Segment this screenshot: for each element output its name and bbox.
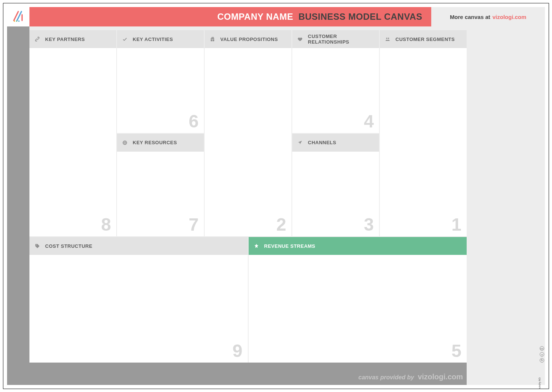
canvas-title: BUSINESS MODEL CANVAS bbox=[299, 12, 422, 22]
label-key-activities: KEY ACTIVITIES bbox=[133, 37, 173, 42]
title-bar: COMPANY NAME BUSINESS MODEL CANVAS bbox=[29, 7, 431, 26]
body-key-resources: 7 bbox=[117, 152, 204, 237]
svg-point-2 bbox=[14, 20, 15, 22]
num-revenue-streams: 5 bbox=[451, 341, 461, 361]
link-icon bbox=[35, 37, 40, 42]
bmc-canvas: KEY PARTNERS 8 KEY ACTIVITIES bbox=[29, 30, 467, 363]
heart-icon bbox=[297, 37, 303, 42]
canvas-bottom-row: COST STRUCTURE 9 REVENUE STREAMS 5 bbox=[29, 237, 467, 363]
num-key-resources: 7 bbox=[189, 214, 199, 235]
num-customer-relationships: 4 bbox=[364, 111, 374, 132]
header-key-resources: KEY RESOURCES bbox=[117, 134, 204, 152]
footer-brand: vizologi.com bbox=[418, 373, 463, 381]
globe-icon bbox=[122, 140, 127, 145]
header-revenue-streams: REVENUE STREAMS bbox=[249, 237, 467, 255]
logo bbox=[7, 7, 29, 26]
body-key-activities: 6 bbox=[117, 48, 204, 133]
block-revenue-streams: REVENUE STREAMS 5 bbox=[248, 237, 467, 363]
label-customer-segments: CUSTOMER SEGMENTS bbox=[395, 37, 455, 42]
header-cost-structure: COST STRUCTURE bbox=[29, 237, 248, 255]
header-customer-segments: CUSTOMER SEGMENTS bbox=[380, 30, 467, 48]
body-revenue-streams: 5 bbox=[249, 255, 467, 363]
num-key-partners: 8 bbox=[101, 214, 111, 235]
block-customer-segments: CUSTOMER SEGMENTS 1 bbox=[380, 30, 467, 236]
footer-text: canvas provided by bbox=[358, 374, 414, 381]
label-revenue-streams: REVENUE STREAMS bbox=[264, 243, 316, 249]
canvas-frame: COMPANY NAME BUSINESS MODEL CANVAS More … bbox=[3, 3, 549, 389]
people-icon bbox=[385, 37, 390, 42]
label-key-partners: KEY PARTNERS bbox=[45, 37, 85, 42]
col-activities-resources: KEY ACTIVITIES 6 KEY RESOURCES bbox=[117, 30, 205, 236]
svg-rect-5 bbox=[22, 14, 23, 21]
gift-icon bbox=[210, 37, 215, 42]
svg-point-3 bbox=[16, 20, 18, 22]
num-key-activities: 6 bbox=[189, 111, 199, 132]
block-key-resources: KEY RESOURCES 7 bbox=[117, 133, 204, 237]
cc-icons: cc ● ↻ bbox=[540, 346, 544, 363]
cc-by-icon: ● bbox=[540, 352, 544, 357]
more-canvas-text: More canvas at bbox=[450, 14, 490, 20]
star-icon bbox=[254, 243, 259, 249]
svg-point-4 bbox=[18, 20, 20, 22]
body-customer-relationships: 4 bbox=[292, 48, 379, 133]
block-channels: CHANNELS 3 bbox=[292, 133, 379, 237]
body-customer-segments: 1 bbox=[380, 48, 467, 236]
header-customer-relationships: CUSTOMER RELATIONSHIPS bbox=[292, 30, 379, 48]
body-key-partners: 8 bbox=[29, 48, 116, 236]
header-value-propositions: VALUE PROPOSITIONS bbox=[205, 30, 291, 48]
body-channels: 3 bbox=[292, 152, 379, 237]
attribution-value: Business Model Foundry AG bbox=[538, 377, 541, 389]
num-cost-structure: 9 bbox=[233, 341, 243, 361]
block-key-activities: KEY ACTIVITIES 6 bbox=[117, 30, 204, 133]
label-key-resources: KEY RESOURCES bbox=[133, 140, 177, 145]
num-value-propositions: 2 bbox=[276, 214, 286, 235]
block-cost-structure: COST STRUCTURE 9 bbox=[29, 237, 248, 363]
tag-icon bbox=[35, 243, 40, 249]
company-name: COMPANY NAME bbox=[217, 12, 293, 22]
vizologi-logo-icon bbox=[12, 10, 25, 24]
block-value-propositions: VALUE PROPOSITIONS 2 bbox=[205, 30, 292, 236]
check-icon bbox=[122, 37, 127, 42]
body-cost-structure: 9 bbox=[29, 255, 248, 363]
block-key-partners: KEY PARTNERS 8 bbox=[29, 30, 117, 236]
col-relationships-channels: CUSTOMER RELATIONSHIPS 4 CHANNELS bbox=[292, 30, 380, 236]
label-value-propositions: VALUE PROPOSITIONS bbox=[220, 37, 278, 42]
num-customer-segments: 1 bbox=[451, 214, 461, 235]
more-canvas-link[interactable]: vizologi.com bbox=[492, 14, 526, 20]
attribution: DESIGNED BY: Business Model Foundry AG bbox=[538, 363, 541, 389]
header-key-partners: KEY PARTNERS bbox=[29, 30, 116, 48]
cc-sa-icon: ↻ bbox=[540, 358, 544, 363]
label-channels: CHANNELS bbox=[308, 140, 336, 145]
label-cost-structure: COST STRUCTURE bbox=[45, 243, 92, 249]
canvas-top-row: KEY PARTNERS 8 KEY ACTIVITIES bbox=[29, 30, 467, 236]
header-channels: CHANNELS bbox=[292, 134, 379, 152]
label-customer-relationships: CUSTOMER RELATIONSHIPS bbox=[308, 34, 374, 45]
plane-icon bbox=[297, 140, 303, 145]
block-customer-relationships: CUSTOMER RELATIONSHIPS 4 bbox=[292, 30, 379, 133]
body-value-propositions: 2 bbox=[205, 48, 291, 236]
shadow-left bbox=[7, 26, 29, 385]
num-channels: 3 bbox=[364, 214, 374, 235]
header-key-activities: KEY ACTIVITIES bbox=[117, 30, 204, 48]
more-canvas: More canvas at vizologi.com bbox=[431, 7, 545, 26]
cc-icon: cc bbox=[540, 346, 544, 351]
footer-credit: canvas provided by vizologi.com bbox=[358, 373, 463, 381]
